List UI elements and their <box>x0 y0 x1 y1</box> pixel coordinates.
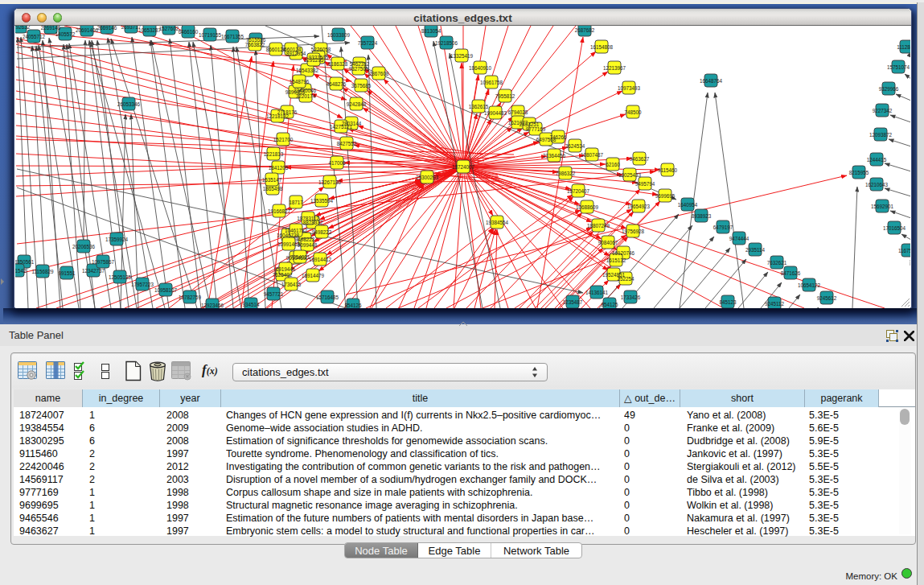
svg-text:3675685: 3675685 <box>351 83 372 89</box>
svg-text:9245612: 9245612 <box>817 295 837 301</box>
svg-text:16914412: 16914412 <box>309 257 332 262</box>
svg-text:9329966: 9329966 <box>879 86 899 92</box>
svg-text:10961758: 10961758 <box>480 80 503 85</box>
svg-text:746266: 746266 <box>549 134 567 140</box>
svg-text:2669146: 2669146 <box>97 26 117 31</box>
svg-text:4648276: 4648276 <box>326 81 347 87</box>
svg-text:17016504: 17016504 <box>883 225 906 231</box>
svg-text:24055712: 24055712 <box>23 34 46 39</box>
svg-text:18717: 18717 <box>289 200 303 205</box>
svg-text:9099448: 9099448 <box>298 242 318 248</box>
svg-text:20691406: 20691406 <box>76 27 99 33</box>
svg-text:5226058: 5226058 <box>311 47 331 52</box>
svg-text:9245112: 9245112 <box>765 301 785 307</box>
svg-text:1640954: 1640954 <box>678 202 698 208</box>
svg-text:10807487: 10807487 <box>581 152 604 158</box>
svg-text:1527602: 1527602 <box>159 26 179 31</box>
svg-text:10688609: 10688609 <box>576 204 599 210</box>
svg-text:417006: 417006 <box>328 160 346 166</box>
svg-text:854126: 854126 <box>344 303 362 308</box>
svg-text:26053346: 26053346 <box>117 101 141 107</box>
svg-text:7625402: 7625402 <box>273 272 293 278</box>
svg-text:18783112: 18783112 <box>297 216 319 221</box>
svg-text:15751074: 15751074 <box>887 64 910 70</box>
svg-text:18724007: 18724007 <box>452 164 475 170</box>
svg-text:7254021: 7254021 <box>290 254 310 260</box>
svg-text:16671355: 16671355 <box>221 34 244 39</box>
svg-text:1548796: 1548796 <box>290 79 310 84</box>
svg-text:1221813: 1221813 <box>264 151 284 157</box>
svg-text:19756928: 19756928 <box>622 229 645 234</box>
svg-text:10025433: 10025433 <box>618 172 642 178</box>
svg-text:21364456: 21364456 <box>543 153 566 159</box>
svg-text:6466160: 6466160 <box>179 29 199 35</box>
svg-text:14275121: 14275121 <box>330 124 353 130</box>
svg-text:18807249: 18807249 <box>587 223 610 229</box>
svg-text:6479197: 6479197 <box>713 225 733 230</box>
svg-text:8427552: 8427552 <box>337 141 357 146</box>
svg-text:8938923: 8938923 <box>692 213 712 219</box>
svg-text:991542: 991542 <box>15 268 27 274</box>
svg-text:1244415: 1244415 <box>867 157 887 163</box>
svg-text:748500: 748500 <box>624 109 642 115</box>
svg-text:16154808: 16154808 <box>590 44 614 50</box>
svg-text:7357224: 7357224 <box>358 40 378 46</box>
svg-text:991551: 991551 <box>58 270 76 276</box>
svg-text:1405572: 1405572 <box>55 31 76 37</box>
svg-text:7663822: 7663822 <box>245 42 265 47</box>
svg-text:7632621: 7632621 <box>767 260 787 266</box>
svg-text:1521700: 1521700 <box>273 137 294 142</box>
svg-text:2935114: 2935114 <box>745 247 766 253</box>
svg-text:10461782: 10461782 <box>285 228 308 233</box>
svg-text:1362615: 1362615 <box>469 104 489 109</box>
svg-text:2269146: 2269146 <box>41 26 61 31</box>
svg-text:9699695: 9699695 <box>655 193 676 199</box>
svg-text:12923466: 12923466 <box>201 303 224 308</box>
svg-text:12218132: 12218132 <box>266 113 290 119</box>
svg-text:13267130: 13267130 <box>318 179 342 185</box>
svg-text:252254: 252254 <box>617 276 634 282</box>
svg-text:1167534: 1167534 <box>898 248 910 253</box>
svg-text:1615132: 1615132 <box>606 257 626 263</box>
svg-text:62160: 62160 <box>606 162 620 167</box>
svg-text:10973493: 10973493 <box>618 85 641 91</box>
svg-text:2867608: 2867608 <box>369 71 389 76</box>
svg-text:12213967: 12213967 <box>603 65 626 71</box>
svg-text:10975867: 10975867 <box>92 259 115 265</box>
svg-text:16120746: 16120746 <box>612 250 635 256</box>
svg-text:9227342: 9227342 <box>873 108 893 113</box>
svg-text:13325419: 13325419 <box>450 53 474 59</box>
svg-text:7955812: 7955812 <box>495 93 515 99</box>
svg-text:20206536: 20206536 <box>72 244 96 249</box>
svg-text:2292632: 2292632 <box>15 26 31 30</box>
svg-text:25300293: 25300293 <box>416 175 439 180</box>
svg-text:1736415: 1736415 <box>281 282 302 287</box>
svg-text:16914479: 16914479 <box>302 273 325 278</box>
svg-text:17359924: 17359924 <box>105 237 129 242</box>
svg-text:13535594: 13535594 <box>310 198 334 204</box>
svg-text:3624534: 3624534 <box>565 143 585 149</box>
svg-text:10653287: 10653287 <box>138 27 162 33</box>
svg-text:19654923: 19654923 <box>627 204 651 209</box>
svg-text:9777169: 9777169 <box>526 126 546 132</box>
svg-text:19384554: 19384554 <box>486 220 509 225</box>
svg-text:1919446: 1919446 <box>276 266 296 272</box>
svg-text:1291295: 1291295 <box>304 57 324 63</box>
svg-text:19218506: 19218506 <box>435 40 458 46</box>
svg-text:15692901: 15692901 <box>871 204 894 209</box>
svg-text:16210643: 16210643 <box>865 182 889 187</box>
svg-text:14136141: 14136141 <box>585 290 609 295</box>
svg-text:17957223: 17957223 <box>131 282 154 287</box>
svg-text:15720407: 15720407 <box>567 188 590 194</box>
svg-text:16782759: 16782759 <box>179 295 202 300</box>
svg-text:8813054: 8813054 <box>421 28 441 34</box>
svg-text:16648764: 16648764 <box>700 78 723 84</box>
svg-text:19904483: 19904483 <box>484 110 507 116</box>
svg-text:3220174: 3220174 <box>296 93 316 99</box>
svg-text:8215955: 8215955 <box>849 170 869 175</box>
svg-text:1841205: 1841205 <box>269 165 289 171</box>
svg-text:9084067: 9084067 <box>598 240 618 245</box>
svg-text:10654122: 10654122 <box>798 282 821 288</box>
svg-text:9463627: 9463627 <box>630 156 650 162</box>
svg-text:9498222: 9498222 <box>312 229 332 235</box>
